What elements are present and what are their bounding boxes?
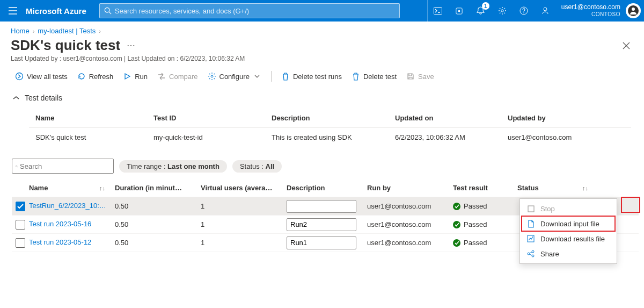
run-name-link[interactable]: Test run 2023-05-16 [29, 220, 91, 228]
cell-duration: 0.50 [115, 239, 201, 247]
svg-line-14 [17, 167, 18, 167]
ctx-download-input-label: Download input file [540, 220, 599, 228]
filter-bar: Time range : Last one month Status : All [0, 147, 644, 179]
delete-test-button[interactable]: Delete test [347, 70, 401, 83]
cloud-shell-button[interactable] [427, 0, 449, 22]
menu-icon [9, 7, 17, 15]
breadcrumb-home[interactable]: Home [11, 27, 30, 35]
cell-run-by: user1@contoso.com [367, 220, 453, 228]
run-name-link[interactable]: TestRun_6/2/2023_10:0… [29, 202, 109, 210]
svg-point-4 [458, 10, 460, 12]
copilot-icon [455, 7, 463, 15]
col-run-by[interactable]: Run by [367, 184, 453, 192]
avatar-icon [628, 5, 639, 16]
row-checkbox[interactable] [16, 202, 25, 211]
page-title: SDK's quick test [11, 37, 120, 54]
command-bar: View all tests Refresh Run Compare Confi… [0, 68, 644, 85]
test-details-label: Test details [25, 94, 62, 102]
help-button[interactable] [513, 0, 535, 22]
brand-label[interactable]: Microsoft Azure [26, 6, 97, 16]
svg-point-12 [211, 75, 213, 77]
col-run-description[interactable]: Description [287, 184, 367, 192]
delete-test-runs-button[interactable]: Delete test runs [277, 70, 346, 83]
cell-updated-on: 6/2/2023, 10:06:32 AM [395, 133, 508, 141]
page-subtitle: Last Updated by : user1@contoso.com | La… [0, 54, 644, 68]
close-icon [623, 42, 630, 49]
run-description-input[interactable] [287, 200, 356, 213]
svg-point-17 [528, 253, 530, 255]
ctx-download-results[interactable]: Download results file [520, 231, 617, 246]
hamburger-menu[interactable] [0, 0, 26, 22]
ctx-download-input[interactable]: Download input file [520, 216, 617, 231]
user-email: user1@contoso.com [561, 3, 620, 11]
compare-button: Compare [153, 70, 202, 83]
ctx-stop-label: Stop [540, 205, 555, 213]
col-result[interactable]: Test result [453, 184, 517, 192]
col-run-name[interactable]: Name↑↓ [29, 184, 115, 192]
cell-result: Passed [453, 202, 517, 210]
col-duration[interactable]: Duration (in minut… [115, 184, 201, 192]
status-filter[interactable]: Status : All [232, 160, 282, 173]
title-more-button[interactable]: ⋯ [127, 40, 135, 51]
svg-rect-15 [528, 206, 534, 212]
run-description-input[interactable] [287, 237, 356, 249]
global-search-input[interactable] [115, 7, 395, 15]
runs-search[interactable] [12, 159, 114, 174]
row-checkbox[interactable] [16, 220, 25, 230]
col-updated-on: Updated on [395, 114, 508, 122]
ctx-stop: Stop [520, 201, 617, 216]
cell-duration: 0.50 [115, 202, 201, 210]
run-description-input[interactable] [287, 218, 356, 231]
col-status[interactable]: Status↑↓ [517, 184, 598, 192]
svg-point-10 [632, 8, 635, 11]
runs-search-input[interactable] [20, 162, 110, 170]
feedback-button[interactable] [535, 0, 556, 22]
svg-rect-2 [434, 8, 442, 15]
chevron-down-icon [253, 72, 261, 81]
col-test-id: Test ID [153, 114, 272, 122]
cell-vusers: 1 [201, 239, 287, 247]
check-circle-icon [453, 239, 460, 247]
details-data-row: SDK's quick test my-quick-test-id This i… [29, 128, 631, 147]
tenant-label: CONTOSO [561, 11, 620, 18]
ctx-share-label: Share [540, 250, 559, 258]
delete-test-label: Delete test [363, 73, 397, 81]
configure-button[interactable]: Configure [203, 70, 266, 83]
col-vusers[interactable]: Virtual users (avera… [201, 184, 287, 192]
ctx-share[interactable]: Share [520, 246, 617, 261]
svg-point-0 [105, 8, 109, 12]
global-search[interactable] [99, 3, 400, 18]
cell-result: Passed [453, 220, 517, 228]
svg-point-7 [523, 12, 524, 13]
test-details-toggle[interactable]: Test details [0, 85, 644, 106]
row-checkbox[interactable] [16, 238, 25, 248]
run-button[interactable]: Run [119, 70, 152, 83]
copilot-button[interactable] [449, 0, 470, 22]
toolbar-separator [271, 71, 272, 82]
avatar[interactable] [626, 3, 641, 18]
test-details-table: Name Test ID Description Updated on Upda… [29, 109, 631, 147]
cell-test-id: my-quick-test-id [153, 133, 272, 141]
cell-name: SDK's quick test [35, 133, 153, 141]
refresh-label: Refresh [89, 73, 114, 81]
search-icon [16, 163, 18, 170]
feedback-icon [541, 6, 550, 15]
chart-file-icon [526, 234, 535, 243]
save-label: Save [418, 73, 434, 81]
account-menu[interactable]: user1@contoso.com CONTOSO [556, 3, 626, 18]
notifications-button[interactable]: 1 [470, 0, 492, 22]
settings-button[interactable] [492, 0, 513, 22]
time-range-value: Last one month [167, 162, 219, 170]
time-range-filter[interactable]: Time range : Last one month [119, 160, 227, 173]
breadcrumb-tests[interactable]: my-loadtest | Tests [38, 27, 96, 35]
refresh-button[interactable]: Refresh [73, 70, 118, 83]
azure-top-header: Microsoft Azure 1 user1@contoso.com CONT… [0, 0, 644, 22]
close-blade-button[interactable] [619, 39, 633, 53]
breadcrumb: Home › my-loadtest | Tests › [0, 22, 644, 37]
page-title-row: SDK's quick test ⋯ [0, 37, 644, 54]
details-header-row: Name Test ID Description Updated on Upda… [29, 109, 631, 128]
svg-line-1 [109, 12, 111, 14]
run-name-link[interactable]: Test run 2023-05-12 [29, 238, 91, 246]
view-all-tests-button[interactable]: View all tests [11, 70, 72, 83]
status-label: Status : [240, 162, 266, 170]
